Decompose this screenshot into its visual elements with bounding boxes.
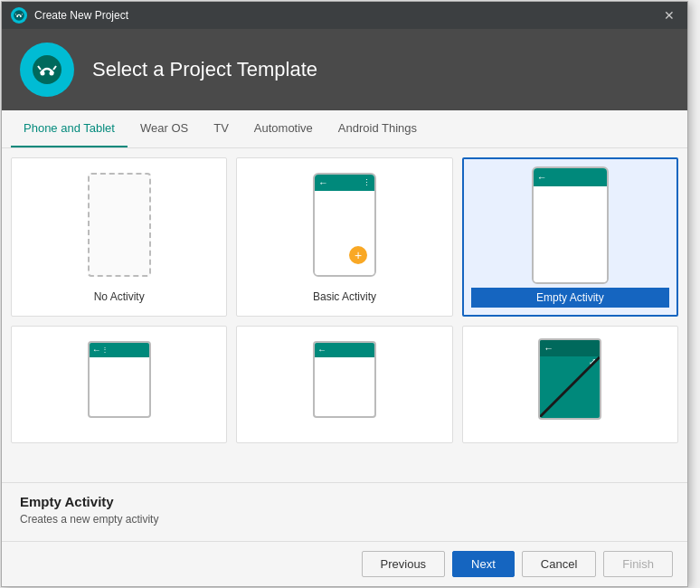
tabs-container: Phone and Tablet Wear OS TV Automotive A… (2, 110, 687, 148)
menu-icon: ⋮ (363, 178, 371, 187)
page-title: Select a Project Template (92, 58, 317, 81)
basic-phone-body: + (315, 191, 374, 275)
bottom-nav-2-label (244, 428, 444, 435)
selected-template-title: Empty Activity (20, 494, 669, 509)
bottom-nav-2-phone: ← (313, 341, 376, 418)
svg-point-6 (41, 71, 45, 76)
bottom-1-menu: ⋮ (101, 346, 109, 354)
svg-point-1 (16, 15, 18, 17)
bottom-1-arrow: ← (92, 345, 101, 355)
template-grid: No Activity ← ⋮ + (11, 157, 678, 443)
tab-phone-tablet[interactable]: Phone and Tablet (11, 110, 128, 147)
empty-activity-preview: ← (471, 166, 669, 284)
bottom-nav-1-preview: ← ⋮ (19, 334, 219, 424)
description-area: Empty Activity Creates a new empty activ… (2, 482, 687, 541)
selected-template-description: Creates a new empty activity (20, 513, 669, 526)
title-bar: Create New Project ✕ (2, 2, 687, 29)
tab-tv[interactable]: TV (201, 110, 241, 147)
footer: Previous Next Cancel Finish (2, 541, 687, 586)
previous-button[interactable]: Previous (362, 551, 446, 577)
no-activity-preview (19, 166, 219, 283)
template-card-fullscreen[interactable]: ← ⤢ (462, 326, 678, 443)
fullscreen-preview-area: ← ⤢ (470, 334, 670, 424)
template-card-bottom-nav-2[interactable]: ← (236, 326, 452, 443)
fab-icon: + (349, 246, 367, 264)
empty-back-arrow: ← (537, 172, 603, 183)
fullscreen-phone: ← ⤢ (538, 338, 601, 420)
app-logo (11, 7, 27, 24)
bottom-nav-2-top: ← (315, 343, 374, 357)
empty-activity-phone: ← (532, 166, 609, 284)
template-card-no-activity[interactable]: No Activity (11, 157, 227, 317)
next-button[interactable]: Next (452, 551, 515, 577)
content-area: No Activity ← ⋮ + (2, 148, 687, 482)
bottom-nav-1-phone: ← ⋮ (88, 341, 151, 418)
close-button[interactable]: ✕ (660, 6, 678, 24)
tab-automotive[interactable]: Automotive (241, 110, 326, 147)
bottom-nav-1-label (19, 428, 219, 435)
cancel-button[interactable]: Cancel (522, 551, 596, 577)
tab-wear-os[interactable]: Wear OS (128, 110, 201, 147)
tab-android-things[interactable]: Android Things (326, 110, 430, 147)
back-arrow-icon: ← (318, 177, 363, 188)
template-card-bottom-nav-1[interactable]: ← ⋮ (11, 326, 227, 443)
empty-activity-label: Empty Activity (471, 288, 669, 308)
bottom-nav-2-preview: ← (244, 334, 444, 424)
dialog: Create New Project ✕ Select a Project Te… (1, 1, 688, 587)
svg-point-7 (50, 71, 54, 76)
dialog-header: Select a Project Template (2, 29, 687, 110)
bottom-2-arrow: ← (317, 345, 326, 355)
empty-top-bar: ← (534, 168, 607, 186)
diagonal-decoration (540, 340, 600, 417)
header-icon (20, 43, 74, 97)
svg-line-10 (540, 357, 600, 417)
title-bar-text: Create New Project (34, 9, 660, 22)
basic-activity-preview: ← ⋮ + (244, 166, 444, 283)
bottom-nav-1-top: ← ⋮ (90, 343, 149, 357)
template-grid-container[interactable]: No Activity ← ⋮ + (2, 148, 687, 482)
finish-button[interactable]: Finish (603, 551, 673, 577)
template-card-empty-activity[interactable]: ← Empty Activity (462, 157, 678, 317)
svg-point-2 (20, 15, 22, 17)
template-card-basic-activity[interactable]: ← ⋮ + Basic Activity (236, 157, 452, 317)
no-activity-label: No Activity (19, 287, 219, 307)
fullscreen-label (470, 428, 670, 435)
no-activity-box (88, 173, 151, 277)
basic-activity-label: Basic Activity (244, 287, 444, 307)
basic-activity-phone: ← ⋮ + (313, 173, 376, 277)
empty-phone-body (534, 186, 607, 284)
basic-top-bar: ← ⋮ (315, 175, 374, 191)
